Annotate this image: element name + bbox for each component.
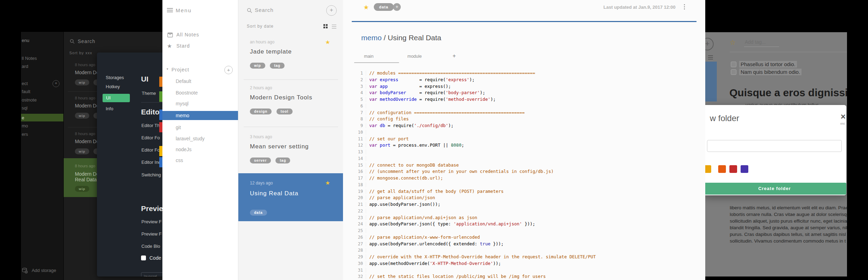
note-tag[interactable]: design (250, 108, 272, 114)
code-line[interactable]: 18 (343, 182, 705, 189)
folder-item[interactable]: mysql (176, 101, 189, 106)
star-icon[interactable]: ★ (363, 4, 369, 11)
sidebar-item-starred[interactable]: Stard (176, 43, 190, 49)
code-line[interactable]: 7// configuration ======================… (343, 110, 705, 117)
settings-row[interactable]: Switching (141, 172, 161, 177)
code-line[interactable]: 6 (343, 103, 705, 110)
note-tag[interactable]: wip (250, 63, 265, 69)
code-line[interactable]: 25 (343, 228, 705, 234)
folder-name-input[interactable] (707, 140, 842, 152)
note-tag[interactable]: tool (276, 108, 293, 114)
code-line[interactable]: 13 (343, 149, 705, 156)
code-line[interactable]: 24app.use(bodyParser.json({ type: 'appli… (343, 221, 705, 228)
settings-row[interactable]: Editor Fo (141, 135, 160, 140)
settings-row[interactable]: Editor Fo (141, 147, 160, 153)
search-input[interactable]: Search (255, 7, 274, 13)
code-line[interactable]: 30app.use(methodOverride('X-HTTP-Method-… (343, 261, 705, 267)
settings-nav-info[interactable]: Info (106, 106, 113, 111)
note-tag[interactable]: server (250, 158, 271, 163)
add-tab-button[interactable]: + (453, 53, 456, 59)
breadcrumb-folder[interactable]: memo (361, 34, 382, 42)
code-line[interactable]: 32// set the static files location /publ… (343, 274, 705, 280)
folder-item[interactable]: nodeJs (176, 147, 191, 152)
add-storage-button[interactable]: Add storage (22, 267, 56, 274)
close-icon[interactable]: ✕ (840, 113, 846, 121)
color-swatch[interactable] (718, 165, 726, 173)
note-tag-chip[interactable]: data (374, 3, 394, 11)
code-line[interactable]: 16// (uncomment after you enter in your … (343, 169, 705, 175)
checkbox[interactable] (731, 62, 736, 67)
star-icon[interactable]: ★ (325, 39, 330, 46)
folder-item[interactable]: git (176, 125, 181, 130)
code-line[interactable]: 10 (343, 130, 705, 136)
sidebar-item-all-notes[interactable]: All Notes (176, 32, 199, 37)
tab-module[interactable]: module (407, 54, 422, 59)
grid-view-icon[interactable] (323, 24, 328, 29)
settings-nav-storages[interactable]: Storages (106, 75, 124, 80)
code-line[interactable]: 1// modules ============================… (343, 70, 705, 77)
code-language-select[interactable]: javascri (141, 272, 162, 276)
star-icon[interactable]: ★ (325, 180, 330, 186)
code-line[interactable]: 4var bodyParser = require('body-parser')… (343, 90, 705, 97)
code-line[interactable]: 9var db = require('./config/db'); (343, 123, 705, 130)
code-line[interactable]: 21app.use(bodyParser.json()); (343, 202, 705, 208)
code-editor[interactable]: 1// modules ============================… (343, 70, 705, 280)
folder-item[interactable]: Default (176, 78, 191, 84)
add-tag-button[interactable]: + (393, 3, 401, 11)
dark-search-input[interactable]: Search (78, 38, 95, 44)
color-swatch[interactable] (729, 165, 737, 173)
new-note-button[interactable]: + (326, 5, 337, 16)
settings-nav-hotkey[interactable]: Hotkey (106, 84, 120, 89)
note-card-selected[interactable] (705, 62, 717, 102)
dark-folder[interactable]: mo (22, 123, 28, 128)
code-line[interactable]: 22 (343, 208, 705, 215)
list-view-icon[interactable] (332, 24, 336, 29)
dark-folder[interactable]: fault (22, 89, 30, 94)
folder-item[interactable]: laravel_study (176, 136, 205, 141)
dark-all-notes[interactable]: ll Notes (22, 56, 37, 61)
code-line[interactable]: 26// parse application/x-www-form-urlenc… (343, 234, 705, 241)
code-line[interactable]: 3var app = express(); (343, 84, 705, 90)
code-line[interactable]: 14 (343, 156, 705, 162)
note-card-selected[interactable]: 12 days ago ★ Using Real Data data (238, 173, 343, 221)
star-outline-icon[interactable]: ☆ (730, 38, 736, 47)
code-line[interactable]: 2var express = require('express'); (343, 77, 705, 84)
settings-row[interactable]: Editor Th (141, 123, 160, 128)
code-line[interactable]: 11// set our port (343, 136, 705, 143)
settings-row[interactable]: Preview F (141, 231, 162, 237)
code-line[interactable]: 19// get all data/stuff of the body (POS… (343, 189, 705, 195)
settings-row[interactable]: Editor Ind (141, 160, 161, 165)
folder-item-selected[interactable]: memo (162, 111, 238, 120)
code-line[interactable]: 31 (343, 267, 705, 274)
code-line[interactable]: 12var port = process.env.PORT || 8080; (343, 142, 705, 149)
color-swatch[interactable] (741, 165, 748, 173)
folder-item[interactable]: css (176, 158, 183, 163)
checkbox[interactable] (141, 255, 146, 260)
add-tag-input[interactable]: Add tag... (745, 39, 766, 45)
kebab-menu-icon[interactable] (684, 4, 685, 10)
code-line[interactable]: 17// mongoose.connect(db.url); (343, 175, 705, 182)
new-note-button[interactable]: + (705, 38, 714, 50)
project-group-label[interactable]: Project (172, 67, 189, 72)
settings-row[interactable]: Preview F (141, 219, 162, 224)
code-line[interactable]: 28 (343, 247, 705, 254)
code-line[interactable]: 5var methodOverride = require('method-ov… (343, 97, 705, 103)
code-line[interactable]: 20// parse application/json (343, 195, 705, 202)
dark-add-project-button[interactable]: + (52, 80, 59, 87)
checkbox[interactable] (731, 69, 736, 75)
dark-folder[interactable]: ers (22, 132, 28, 137)
dark-starred[interactable]: ard (22, 64, 28, 69)
dark-sort-label[interactable]: Sort by xxx (69, 51, 92, 55)
dark-project-label[interactable]: ect (22, 81, 28, 86)
sort-by-dropdown[interactable]: Sort by date (247, 24, 274, 29)
add-folder-button[interactable]: + (224, 66, 233, 74)
note-tag[interactable]: data (250, 210, 267, 216)
dark-folder[interactable]: sql (22, 105, 28, 111)
code-line[interactable]: 29// override with the X-HTTP-Method-Ove… (343, 254, 705, 261)
create-folder-button[interactable]: Create folder (703, 183, 846, 195)
code-line[interactable]: 15// connect to our mongoDB database (343, 162, 705, 169)
code-line[interactable]: 27app.use(bodyParser.urlencoded({ extend… (343, 241, 705, 248)
hamburger-icon[interactable] (167, 8, 173, 12)
code-line[interactable]: 23// parse application/vnd.api+json as j… (343, 215, 705, 222)
tab-main[interactable]: main (364, 54, 373, 59)
